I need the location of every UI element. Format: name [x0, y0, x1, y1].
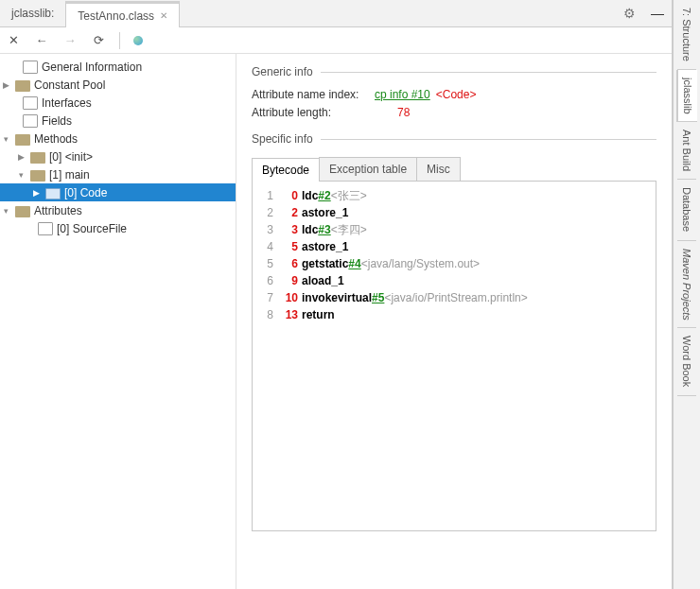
tool-bar: ✕ ← → ⟳ — [0, 27, 672, 54]
attr-name-row: Attribute name index: cp info #10 <Code> — [252, 88, 656, 101]
tool-window-title: jclasslib: — [0, 0, 65, 26]
node-attributes[interactable]: ▾Attributes — [0, 201, 236, 219]
collapse-icon[interactable]: ▾ — [0, 134, 11, 144]
folder-icon — [15, 204, 30, 217]
bytecode-line: 710 invokevirtual #5 <java/io/PrintStrea… — [260, 289, 648, 306]
file-icon — [23, 61, 38, 74]
rail-maven-projects[interactable]: Maven Projects — [677, 241, 696, 329]
node-method-main[interactable]: ▾[1] main — [0, 165, 236, 183]
bytecode-line: 33 ldc #3 <李四> — [260, 221, 648, 238]
file-icon — [38, 222, 53, 235]
bytecode-line: 56 getstatic #4 <java/lang/System.out> — [260, 255, 648, 272]
sub-tabs: Bytecode Exception table Misc — [252, 157, 656, 182]
attr-length-row: Attribute length: 78 — [252, 106, 656, 119]
file-tab-label: TestAnno.class — [78, 9, 154, 23]
tab-misc[interactable]: Misc — [416, 157, 461, 181]
minimize-icon[interactable]: — — [643, 6, 672, 21]
bytecode-line: 45 astore_1 — [260, 238, 648, 255]
attr-length-value: 78 — [397, 106, 410, 119]
cp-ref-link[interactable]: #4 — [348, 255, 360, 272]
detail-pane: Generic info Attribute name index: cp in… — [236, 54, 672, 589]
back-arrow-icon[interactable]: ← — [34, 33, 49, 48]
folder-icon — [15, 132, 30, 146]
folder-icon — [15, 78, 30, 92]
rail-structure[interactable]: 7: Structure — [677, 0, 696, 70]
expand-icon[interactable]: ▶ — [30, 188, 42, 198]
cp-ref-link[interactable]: #5 — [372, 289, 384, 306]
right-sidebar: 7: Structure jclasslib Ant Build Databas… — [673, 0, 700, 589]
close-tab-icon[interactable]: ✕ — [160, 10, 167, 21]
collapse-icon[interactable]: ▾ — [15, 170, 26, 180]
generic-info-label: Generic info — [252, 65, 656, 78]
tab-bytecode[interactable]: Bytecode — [252, 158, 320, 182]
bytecode-line: 69 aload_1 — [260, 272, 648, 289]
file-tab-active[interactable]: TestAnno.class ✕ — [65, 1, 180, 27]
file-icon — [23, 96, 38, 110]
specific-info-label: Specific info — [252, 132, 656, 146]
node-method-init[interactable]: ▶[0] <init> — [0, 147, 236, 165]
cp-ref-link[interactable]: #2 — [318, 187, 330, 204]
node-sourcefile[interactable]: [0] SourceFile — [0, 219, 236, 237]
node-interfaces[interactable]: Interfaces — [0, 94, 236, 112]
refresh-icon[interactable]: ⟳ — [91, 33, 106, 48]
close-icon[interactable]: ✕ — [6, 33, 21, 48]
node-methods[interactable]: ▾Methods — [0, 130, 236, 147]
bytecode-line: 10 ldc #2 <张三> — [260, 187, 648, 204]
attr-name-value: <Code> — [436, 88, 477, 101]
rail-database[interactable]: Database — [677, 180, 696, 240]
bytecode-listing[interactable]: 10 ldc #2 <张三>22 astore_133 ldc #3 <李四>4… — [252, 182, 656, 531]
node-general-info[interactable]: General Information — [0, 58, 236, 76]
expand-icon[interactable]: ▶ — [0, 80, 11, 90]
cp-info-link[interactable]: cp info #10 — [375, 88, 430, 101]
structure-tree[interactable]: General Information ▶Constant Pool Inter… — [0, 54, 236, 589]
file-icon — [23, 114, 38, 128]
expand-icon[interactable]: ▶ — [15, 152, 26, 162]
bytecode-line: 22 astore_1 — [260, 204, 648, 221]
node-constant-pool[interactable]: ▶Constant Pool — [0, 76, 236, 94]
separator — [119, 32, 120, 49]
rail-word-book[interactable]: Word Book — [677, 328, 696, 395]
folder-icon — [30, 168, 45, 182]
folder-icon — [30, 150, 45, 164]
forward-arrow-icon[interactable]: → — [62, 33, 78, 48]
top-tab-bar: jclasslib: TestAnno.class ✕ ⚙ — — [0, 0, 672, 27]
rail-ant-build[interactable]: Ant Build — [677, 122, 696, 180]
node-fields[interactable]: Fields — [0, 112, 236, 130]
cp-ref-link[interactable]: #3 — [318, 221, 330, 238]
status-dot-icon[interactable] — [133, 36, 143, 45]
rail-jclasslib[interactable]: jclasslib — [676, 70, 697, 123]
folder-icon — [45, 186, 61, 199]
node-code-selected[interactable]: ▶[0] Code — [0, 183, 236, 201]
collapse-icon[interactable]: ▾ — [0, 206, 11, 216]
tab-exception-table[interactable]: Exception table — [319, 157, 417, 181]
bytecode-line: 813 return — [260, 306, 648, 323]
gear-icon[interactable]: ⚙ — [616, 6, 643, 21]
